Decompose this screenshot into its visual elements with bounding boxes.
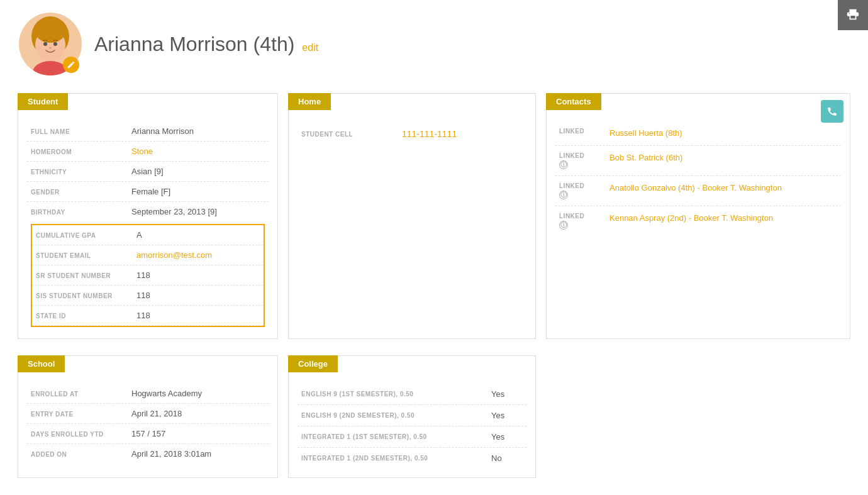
- field-sr-number: SR STUDENT NUMBER 118: [32, 265, 264, 286]
- college-row-0: ENGLISH 9 (1ST SEMESTER), 0.50 Yes: [298, 384, 526, 405]
- college-value-2: Yes: [491, 432, 523, 442]
- student-fields: FULL NAME Arianna Morrison HOMEROOM Ston…: [27, 121, 269, 221]
- contact-label-4: LINKED ⓘ: [559, 213, 603, 230]
- student-name: Arianna Morrison (4th): [94, 33, 294, 56]
- contact-value-4[interactable]: Kennan Aspray (2nd) - Booker T. Washingt…: [609, 213, 773, 224]
- home-card: Home STUDENT CELL 111-111-1111: [288, 93, 536, 339]
- contacts-tag: Contacts: [546, 93, 601, 110]
- college-label-0: ENGLISH 9 (1ST SEMESTER), 0.50: [301, 391, 491, 398]
- field-gender: GENDER Female [F]: [27, 182, 269, 202]
- full-name-value: Arianna Morrison: [131, 126, 194, 136]
- bottom-grid: School ENROLLED AT Hogwarts Academy ENTR…: [0, 350, 868, 495]
- contact-value-3[interactable]: Anatollo Gonzalvo (4th) - Booker T. Wash…: [609, 182, 782, 194]
- contacts-card: Contacts LINKED Russell Huerta (8th) LIN…: [546, 93, 850, 339]
- state-id-label: STATE ID: [36, 313, 136, 320]
- enrolled-at-value: Hogwarts Academy: [131, 389, 202, 398]
- homeroom-label: HOMEROOM: [31, 148, 131, 155]
- college-card-body: ENGLISH 9 (1ST SEMESTER), 0.50 Yes ENGLI…: [289, 356, 535, 477]
- field-full-name: FULL NAME Arianna Morrison: [27, 121, 269, 142]
- school-card-body: ENROLLED AT Hogwarts Academy ENTRY DATE …: [18, 356, 277, 472]
- field-enrolled-at: ENROLLED AT Hogwarts Academy: [27, 384, 269, 404]
- student-card: Student FULL NAME Arianna Morrison HOMER…: [18, 93, 278, 339]
- college-value-3: No: [491, 453, 523, 463]
- avatar-wrapper: [19, 13, 82, 75]
- gender-value: Female [F]: [131, 187, 170, 196]
- contact-label-2: LINKED ⓘ: [559, 152, 603, 169]
- highlighted-section: CUMULATIVE GPA A STUDENT EMAIL amorrison…: [31, 224, 265, 327]
- email-label: STUDENT EMAIL: [36, 252, 136, 259]
- field-email: STUDENT EMAIL amorrison@test.com: [32, 245, 264, 265]
- college-label-1: ENGLISH 9 (2ND SEMESTER), 0.50: [301, 412, 491, 419]
- gender-label: GENDER: [31, 189, 131, 196]
- svg-point-5: [49, 47, 52, 49]
- college-row-1: ENGLISH 9 (2ND SEMESTER), 0.50 Yes: [298, 405, 526, 426]
- field-days-enrolled: DAYS ENROLLED YTD 157 / 157: [27, 424, 269, 444]
- edit-link[interactable]: edit: [302, 42, 318, 53]
- field-added-on: ADDED ON April 21, 2018 3:01am: [27, 444, 269, 464]
- field-homeroom: HOMEROOM Stone: [27, 142, 269, 162]
- gpa-value: A: [136, 230, 142, 240]
- contact-anatollo: LINKED ⓘ Anatollo Gonzalvo (4th) - Booke…: [555, 176, 841, 206]
- ethnicity-value: Asian [9]: [131, 167, 164, 176]
- email-value[interactable]: amorrison@test.com: [136, 250, 212, 260]
- added-on-label: ADDED ON: [31, 451, 131, 458]
- college-label-3: INTEGRATED 1 (2ND SEMESTER), 0.50: [301, 455, 491, 462]
- sr-number-label: SR STUDENT NUMBER: [36, 272, 136, 279]
- contact-russell: LINKED Russell Huerta (8th): [555, 121, 841, 146]
- info-icon-4: ⓘ: [559, 221, 568, 230]
- college-value-0: Yes: [491, 389, 523, 399]
- field-ethnicity: ETHNICITY Asian [9]: [27, 162, 269, 182]
- student-card-body: FULL NAME Arianna Morrison HOMEROOM Ston…: [18, 94, 277, 338]
- birthday-value: September 23, 2013 [9]: [131, 207, 217, 216]
- college-tag: College: [288, 355, 338, 372]
- days-enrolled-label: DAYS ENROLLED YTD: [31, 431, 131, 438]
- field-student-cell: STUDENT CELL 111-111-1111: [298, 121, 526, 147]
- student-tag: Student: [18, 93, 68, 110]
- gpa-label: CUMULATIVE GPA: [36, 232, 136, 239]
- student-cell-value[interactable]: 111-111-1111: [402, 129, 457, 139]
- info-icon-2: ⓘ: [559, 160, 568, 169]
- contact-bob: LINKED ⓘ Bob St. Patrick (6th): [555, 146, 841, 176]
- homeroom-value[interactable]: Stone: [131, 147, 153, 156]
- sr-number-value: 118: [136, 270, 150, 280]
- contacts-phone-button[interactable]: [821, 100, 843, 123]
- header-name: Arianna Morrison (4th) edit: [94, 33, 318, 56]
- avatar-edit-button[interactable]: [63, 57, 79, 73]
- college-label-2: INTEGRATED 1 (1ST SEMESTER), 0.50: [301, 433, 491, 440]
- added-on-value: April 21, 2018 3:01am: [131, 449, 211, 459]
- college-row-3: INTEGRATED 1 (2ND SEMESTER), 0.50 No: [298, 448, 526, 469]
- field-entry-date: ENTRY DATE April 21, 2018: [27, 404, 269, 424]
- student-cell-label: STUDENT CELL: [301, 131, 402, 138]
- home-tag: Home: [288, 93, 331, 110]
- enrolled-at-label: ENROLLED AT: [31, 391, 131, 398]
- header: Arianna Morrison (4th) edit: [0, 0, 868, 82]
- ethnicity-label: ETHNICITY: [31, 169, 131, 175]
- contact-label-1: LINKED: [559, 128, 603, 135]
- field-state-id: STATE ID 118: [32, 306, 264, 326]
- contacts-card-body: LINKED Russell Huerta (8th) LINKED ⓘ Bob…: [547, 94, 850, 245]
- svg-point-2: [35, 20, 65, 43]
- entry-date-value: April 21, 2018: [131, 409, 182, 418]
- svg-point-3: [43, 42, 47, 46]
- field-sis-number: SIS STUDENT NUMBER 118: [32, 286, 264, 306]
- entry-date-label: ENTRY DATE: [31, 411, 131, 418]
- state-id-value: 118: [136, 311, 150, 320]
- info-icon-3: ⓘ: [559, 191, 568, 199]
- main-grid: Student FULL NAME Arianna Morrison HOMER…: [0, 82, 868, 350]
- contact-kennan: LINKED ⓘ Kennan Aspray (2nd) - Booker T.…: [555, 206, 841, 236]
- sis-number-value: 118: [136, 291, 150, 300]
- print-button[interactable]: [838, 0, 868, 30]
- empty-col: [541, 350, 855, 483]
- svg-point-4: [53, 42, 57, 46]
- field-birthday: BIRTHDAY September 23, 2013 [9]: [27, 202, 269, 221]
- contact-label-3: LINKED ⓘ: [559, 182, 603, 199]
- contact-value-1[interactable]: Russell Huerta (8th): [609, 128, 682, 139]
- contact-value-2[interactable]: Bob St. Patrick (6th): [609, 152, 682, 164]
- field-gpa: CUMULATIVE GPA A: [32, 225, 264, 245]
- school-tag: School: [18, 355, 65, 372]
- college-value-1: Yes: [491, 411, 523, 420]
- full-name-label: FULL NAME: [31, 128, 131, 135]
- sis-number-label: SIS STUDENT NUMBER: [36, 292, 136, 299]
- college-row-2: INTEGRATED 1 (1ST SEMESTER), 0.50 Yes: [298, 426, 526, 448]
- school-card: School ENROLLED AT Hogwarts Academy ENTR…: [18, 355, 278, 478]
